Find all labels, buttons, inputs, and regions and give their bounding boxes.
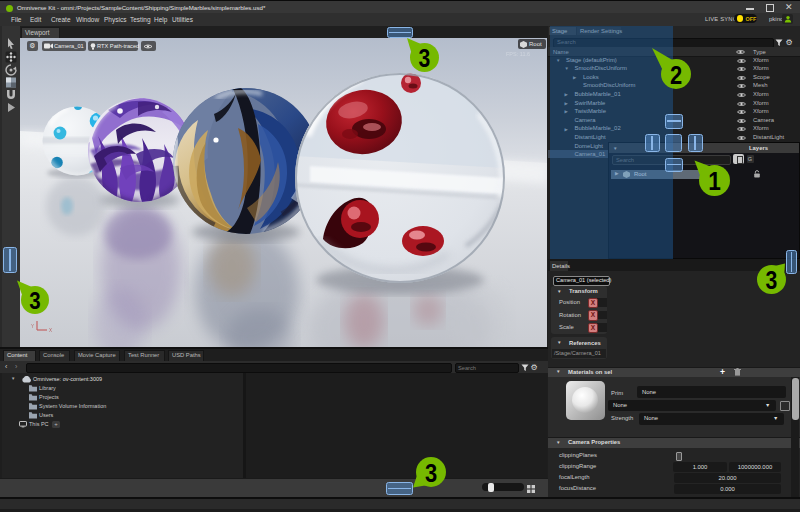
svg-text:2: 2 [670, 59, 682, 88]
svg-text:3: 3 [765, 265, 777, 293]
svg-text:3: 3 [425, 458, 437, 487]
svg-text:3: 3 [29, 287, 40, 314]
svg-text:1: 1 [708, 166, 721, 195]
svg-text:FPS: 11.6: FPS: 11.6 [506, 51, 530, 57]
svg-text:3: 3 [419, 43, 431, 71]
